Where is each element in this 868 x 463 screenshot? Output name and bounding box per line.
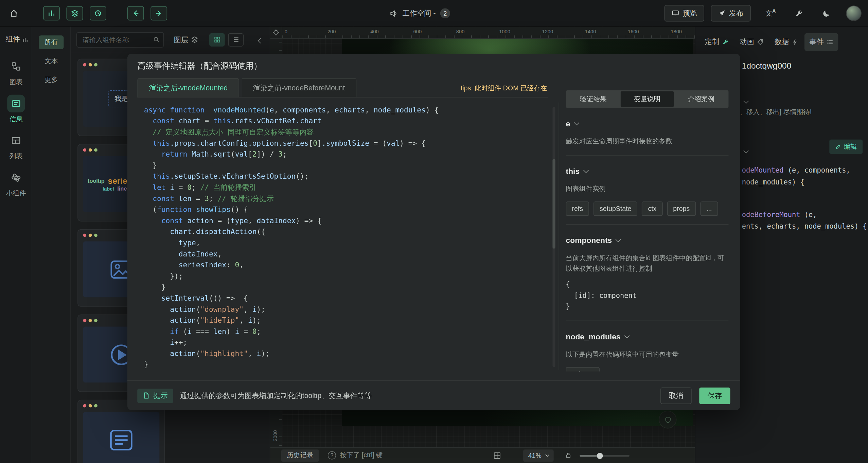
view-toggle-group [209, 33, 244, 46]
tab-vnode-mounted[interactable]: 渲染之后-vnodeMounted [137, 78, 239, 97]
chevron-down-icon [743, 98, 749, 104]
megaphone-icon [390, 9, 398, 17]
search-icon [153, 36, 160, 43]
chevron-down-icon [624, 333, 630, 338]
edit-button[interactable]: 编辑 [829, 140, 863, 154]
red-dot-icon [83, 234, 86, 237]
section-collapse-button[interactable] [744, 96, 748, 106]
undo-button[interactable] [127, 6, 144, 20]
modal-footer: 提示 通过提供的参数可为图表增加定制化的tooltip、交互事件等等 取消 保存 [127, 380, 740, 410]
list-view-button[interactable] [228, 33, 244, 46]
side-tab-variables[interactable]: 变量说明 [621, 91, 673, 107]
side-tab-validation[interactable]: 验证结果 [567, 91, 620, 107]
chart-tool-button[interactable] [43, 6, 60, 20]
canvas-toolbar-right: 41% [493, 449, 630, 462]
tab-label: 数据 [775, 37, 789, 47]
green-dot-icon [94, 148, 98, 152]
section-title-text: node_modules [566, 332, 621, 341]
tab-animation[interactable]: 动画 [735, 33, 768, 51]
tab-events[interactable]: 事件 [804, 33, 838, 51]
sidebar-item-widgets[interactable]: 小组件 [0, 169, 32, 198]
redo-button[interactable] [150, 6, 167, 20]
section-e-desc: 触发对应生命周期事件时接收的参数 [566, 136, 729, 147]
green-dot-icon [94, 404, 98, 408]
home-button[interactable] [5, 5, 22, 22]
yellow-dot-icon [89, 404, 92, 408]
canvas-float-button[interactable] [659, 411, 676, 428]
collapse-panel-button[interactable] [256, 32, 265, 47]
section-components-title[interactable]: components [566, 236, 729, 245]
red-dot-icon [83, 319, 86, 322]
atom-icon [7, 169, 25, 186]
layers-tool-button[interactable] [67, 6, 83, 20]
category-more[interactable]: 更多 [39, 73, 64, 87]
section-collapse-button[interactable] [744, 146, 748, 156]
workspace-count-badge: 2 [440, 8, 450, 18]
scrollbar-handle[interactable] [552, 159, 555, 249]
top-bar: 工作空间 - 2 预览 发布 文A [0, 0, 868, 26]
category-text[interactable]: 文本 [39, 54, 64, 68]
user-avatar[interactable] [846, 5, 862, 21]
moon-icon [822, 9, 830, 17]
code-editor-lines: async function vnodeMounted(e, component… [144, 105, 549, 370]
modal-divider [559, 102, 559, 370]
bar-chart-icon [48, 10, 55, 17]
arrow-left-icon [132, 10, 140, 17]
wrench-icon [794, 9, 802, 17]
preview-label: 预览 [683, 8, 697, 18]
lightning-icon [792, 39, 798, 46]
ruler-horizontal: 020040060080010001200140016001800 [282, 26, 695, 39]
yellow-dot-icon [89, 63, 92, 67]
category-all[interactable]: 所有 [39, 35, 64, 49]
settings-button[interactable] [791, 5, 806, 21]
zoom-slider[interactable] [580, 452, 630, 459]
chevron-down-icon [545, 453, 549, 457]
monitor-icon [672, 10, 679, 17]
lifecycle-code-preview-mounted: odeMounted (e, components, node_modules)… [742, 164, 850, 188]
ruler-corner [270, 26, 282, 39]
green-dot-icon [94, 63, 98, 67]
table-icon [7, 132, 25, 149]
search-input[interactable] [76, 32, 164, 48]
slider-handle[interactable] [597, 452, 603, 459]
chart-id-text: 1doctqwg000 [742, 61, 791, 70]
code-editor[interactable]: async function vnodeMounted(e, component… [137, 102, 549, 370]
dark-mode-button[interactable] [818, 5, 834, 21]
section-e-title[interactable]: e [566, 119, 729, 128]
yellow-dot-icon [89, 148, 92, 152]
side-tab-examples[interactable]: 介绍案例 [675, 91, 727, 107]
history-button[interactable]: 历史记录 [281, 449, 319, 462]
sidebar-item-list[interactable]: 列表 [0, 132, 32, 161]
cancel-button[interactable]: 取消 [660, 387, 691, 404]
lifecycle-code-preview-beforemount: odeBeforeMount (e, ents, echarts, node_m… [742, 209, 867, 232]
editor-scrollbar[interactable] [552, 107, 555, 367]
preview-button[interactable]: 预览 [665, 5, 704, 22]
section-node-modules-title[interactable]: node_modules [566, 332, 729, 341]
tab-data[interactable]: 数据 [769, 33, 803, 51]
zoom-value: 41% [528, 451, 542, 459]
red-dot-icon [83, 148, 86, 152]
sidebar-item-charts[interactable]: 图表 [0, 57, 32, 87]
section-node-modules-desc: 以下是内置在代码环境中可用的包变量 [566, 349, 729, 360]
zoom-select[interactable]: 41% [523, 449, 554, 462]
lock-zoom-button[interactable] [565, 452, 572, 459]
arrow-right-icon [155, 10, 163, 17]
grid-icon [213, 36, 220, 43]
tab-vnode-before-mount[interactable]: 渲染之前-vnodeBeforeMount [242, 78, 357, 97]
snap-grid-button[interactable] [493, 451, 501, 459]
tab-customize[interactable]: 定制 [700, 33, 733, 51]
red-dot-icon [83, 404, 86, 408]
app-root: 工作空间 - 2 预览 发布 文A [0, 0, 868, 463]
section-this-title[interactable]: this [566, 167, 729, 176]
layers-icon [71, 10, 79, 17]
save-button[interactable]: 保存 [699, 387, 730, 404]
chevron-down-icon [743, 148, 749, 154]
publish-button[interactable]: 发布 [711, 5, 751, 22]
sidebar-item-info[interactable]: 信息 [0, 95, 32, 124]
editor-tabstrip: 渲染之后-vnodeMounted 渲染之前-vnodeBeforeMount … [137, 78, 548, 97]
pie-tool-button[interactable] [90, 6, 106, 20]
shield-icon [663, 415, 672, 424]
document-icon [143, 392, 150, 399]
language-button[interactable]: 文A [763, 5, 779, 21]
grid-view-button[interactable] [209, 33, 225, 46]
